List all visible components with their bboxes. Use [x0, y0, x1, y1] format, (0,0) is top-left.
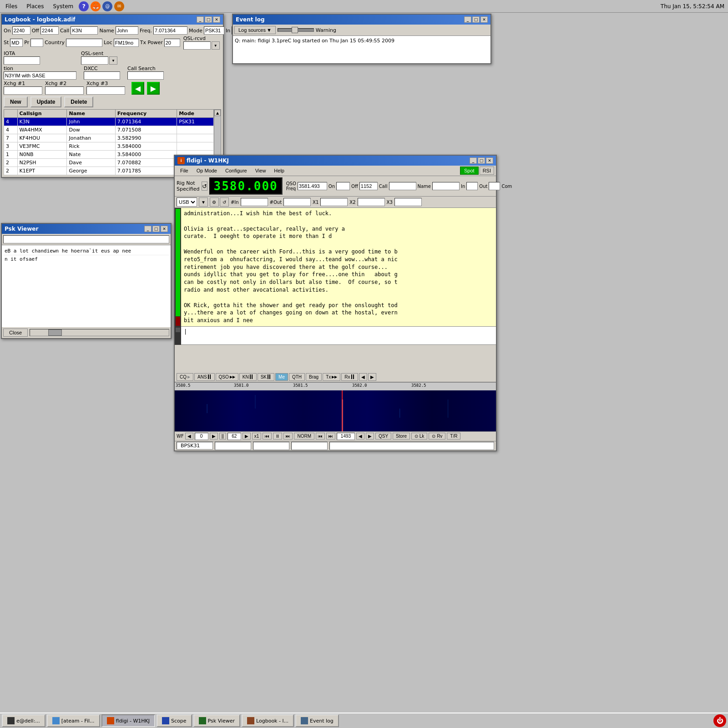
table-row[interactable]: 4 WA4HMX Dow 7.071508	[4, 126, 214, 134]
wf-play-prev-btn[interactable]: ⏮	[263, 433, 272, 440]
status-input2[interactable]	[253, 442, 289, 450]
wf-x1-btn[interactable]: x1	[252, 433, 262, 440]
tb-eventlog[interactable]: Event log	[295, 714, 339, 727]
lk-btn[interactable]: ⊙ Lk	[411, 433, 427, 440]
status-input1[interactable]	[215, 442, 251, 450]
off-input[interactable]	[40, 26, 59, 35]
tb-filemanager[interactable]: [ateam - Fil...	[47, 714, 100, 727]
new-button[interactable]: New	[4, 96, 28, 107]
wf-freq-input[interactable]	[337, 433, 355, 440]
power-icon[interactable]: ⏻	[713, 714, 726, 727]
x1-input[interactable]	[320, 198, 348, 206]
pr-input[interactable]	[30, 39, 43, 47]
qso-freq-input[interactable]	[298, 182, 327, 190]
name-input[interactable]	[116, 26, 138, 35]
qsl-rcvd-btn[interactable]: ▼	[212, 41, 220, 50]
macro-qso-btn[interactable]: QSO ▶▶	[216, 373, 238, 381]
fldigi-minimize[interactable]: _	[470, 157, 477, 164]
freq-input[interactable]	[153, 26, 187, 35]
wf-pause2-btn[interactable]: ⏸	[273, 433, 282, 440]
rv-btn[interactable]: ⊙ Rv	[429, 433, 445, 440]
qsl-rcvd-input[interactable]	[183, 41, 211, 50]
macro-next-btn[interactable]: ▶	[368, 373, 376, 381]
out-xchg-input[interactable]	[283, 198, 311, 206]
wf-freq-next-btn[interactable]: ▶	[366, 433, 374, 440]
menu-configure[interactable]: Configure	[222, 167, 251, 174]
next-record-btn[interactable]: ▶	[147, 82, 160, 95]
logbook-close-btn[interactable]: ✕	[213, 16, 220, 23]
wf-pause-btn[interactable]: ||	[219, 433, 226, 440]
tb-terminal[interactable]: e@dell:...	[2, 714, 46, 727]
macro-brag-btn[interactable]: Brag	[306, 373, 322, 381]
qso-call-input[interactable]	[389, 182, 416, 190]
mode-select[interactable]: USB LSB	[177, 197, 197, 207]
pskviewer-close[interactable]: ✕	[161, 226, 168, 232]
wf-freq-prev-btn[interactable]: ◀	[356, 433, 364, 440]
wf-play-btn[interactable]: ⏭	[283, 433, 293, 440]
macro-qth-btn[interactable]: QTH	[289, 373, 305, 381]
table-row[interactable]: 4 K3N John 7.071364 PSK31	[4, 118, 214, 126]
mode-input[interactable]	[204, 26, 224, 35]
tb-logbook[interactable]: Logbook - l...	[242, 714, 294, 727]
fldigi-close[interactable]: ✕	[486, 157, 493, 164]
tb-scope[interactable]: Scope	[157, 714, 192, 727]
eventlog-minimize[interactable]: _	[464, 16, 471, 23]
txpower-input[interactable]	[164, 39, 180, 47]
macro-prev-btn[interactable]: ◀	[359, 373, 367, 381]
browser-icon[interactable]: @	[102, 1, 112, 11]
menu-help[interactable]: Help	[270, 167, 288, 174]
prev-record-btn[interactable]: ◀	[131, 82, 144, 95]
volume-slider[interactable]	[278, 28, 314, 32]
macro-kn-btn[interactable]: KN	[239, 373, 257, 381]
menu-view[interactable]: View	[252, 167, 270, 174]
menu-file[interactable]: File	[177, 167, 192, 174]
wf-fwd-btn[interactable]: ⏭	[326, 433, 335, 440]
qso-on-input[interactable]	[336, 182, 350, 190]
tb-fldigi[interactable]: fldigi - W1HKJ	[101, 714, 156, 727]
rsi-button[interactable]: RSI	[480, 167, 494, 175]
qsy-btn[interactable]: QSY	[375, 433, 391, 440]
wf-next-btn[interactable]: ▶	[210, 433, 218, 440]
table-row[interactable]: 7 KF4HOU Jonathan 3.582990	[4, 134, 214, 142]
eventlog-maximize[interactable]: □	[472, 16, 480, 23]
wf-speed-input[interactable]	[228, 433, 241, 440]
xchg3-input[interactable]	[86, 86, 125, 95]
help-icon[interactable]: ?	[79, 1, 89, 11]
pskviewer-scrollbar[interactable]	[30, 329, 169, 336]
macro-me-btn[interactable]: Me	[275, 373, 288, 381]
x3-input[interactable]	[394, 198, 422, 206]
mail-icon[interactable]: ✉	[114, 1, 124, 11]
store-btn[interactable]: Store	[393, 433, 410, 440]
tx-text-area[interactable]: |	[181, 327, 496, 345]
qso-out-input[interactable]	[489, 182, 500, 190]
table-row[interactable]: 3 VE3FMC Rick 3.584000	[4, 142, 214, 151]
macro-sk-btn[interactable]: SK	[258, 373, 274, 381]
in-xchg-input[interactable]	[241, 198, 268, 206]
scroll-up-btn[interactable]: ▲	[214, 110, 221, 116]
macro-cq-btn[interactable]: CQ ▶	[177, 373, 193, 381]
rig-refresh-btn[interactable]: ↺	[202, 182, 207, 191]
logbook-minimize-btn[interactable]: _	[197, 16, 204, 23]
menu-system[interactable]: System	[50, 2, 77, 10]
pskviewer-minimize[interactable]: _	[144, 226, 152, 232]
menu-opmode[interactable]: Op Mode	[193, 167, 221, 174]
status-input3[interactable]	[291, 442, 328, 450]
logbook-maximize-btn[interactable]: □	[205, 16, 212, 23]
qsl-sent-input[interactable]	[81, 56, 108, 65]
tr-btn[interactable]: T/R	[447, 433, 460, 440]
waterfall-display[interactable]	[175, 390, 496, 431]
wf-norm-btn[interactable]: NORM	[294, 433, 314, 440]
wf-speed-next-btn[interactable]: ▶	[243, 433, 251, 440]
log-sources-button[interactable]: Log sources ▼	[234, 26, 276, 34]
delete-button[interactable]: Delete	[64, 96, 93, 107]
status-input4[interactable]	[329, 442, 494, 450]
qso-off-input[interactable]	[359, 182, 378, 190]
qso-in-input[interactable]	[466, 182, 478, 190]
wf-rev-btn[interactable]: ⏮	[316, 433, 325, 440]
eventlog-close[interactable]: ✕	[480, 16, 488, 23]
macro-tx-btn[interactable]: Tx ▶▶	[323, 373, 340, 381]
mode-btn2[interactable]: ↺	[220, 197, 229, 207]
iota-input[interactable]	[4, 56, 40, 65]
on-input[interactable]	[12, 26, 30, 35]
menu-places[interactable]: Places	[23, 2, 47, 10]
